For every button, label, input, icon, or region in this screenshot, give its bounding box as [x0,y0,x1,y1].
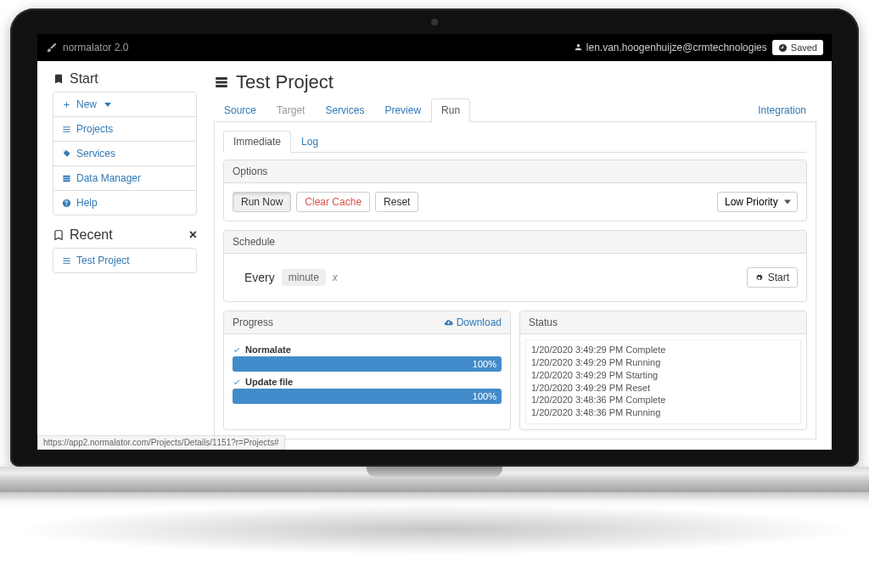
check-icon [233,378,241,386]
sidebar-item-label: New [76,98,97,110]
bookmark-outline-icon [53,229,64,241]
options-panel: Options Run Now Clear Cache Reset Low Pr… [223,160,807,221]
tab-run[interactable]: Run [431,98,470,122]
recent-item-label: Test Project [76,255,130,266]
schedule-every-label: Every [244,271,275,284]
status-log[interactable]: 1/20/2020 3:49:29 PM Complete1/20/2020 3… [525,339,801,424]
brush-icon [46,42,58,53]
server-icon [214,75,229,90]
sidebar-recent-list: Test Project [53,248,197,273]
sidebar-recent-header: Recent × [53,227,197,243]
brand-text: normalator 2.0 [63,42,128,53]
subtab-log[interactable]: Log [291,131,328,152]
progress-bar: 100% [233,389,502,404]
reset-button[interactable]: Reset [375,192,418,212]
progress-item: Normalate100% [233,343,502,372]
bookmark-icon [53,73,64,85]
schedule-heading: Schedule [224,231,806,254]
sidebar-start-title: Start [53,71,197,87]
clock-icon [778,43,788,53]
progress-label-text: Update file [245,377,293,387]
user-email: len.van.hoogenhuijze@crmtechnologies [586,42,767,53]
progress-panel: Progress Download Normalate100%Update fi… [223,311,511,430]
gear-icon [755,274,763,282]
main-tabs: Source Target Services Preview Run Integ… [214,98,816,122]
tags-icon [62,149,71,159]
status-heading: Status [520,311,806,334]
sidebar-item-help[interactable]: Help [53,191,196,215]
cloud-download-icon [444,318,453,328]
help-icon [62,199,71,208]
sidebar-start-list: New Projects Services [53,92,197,216]
user-icon [574,43,583,53]
caret-icon [104,103,111,107]
tab-preview[interactable]: Preview [374,98,431,121]
start-label: Start [768,272,789,283]
saved-label: Saved [791,42,817,53]
priority-select[interactable]: Low Priority [717,192,798,212]
recent-close-button[interactable]: × [189,227,197,243]
subtab-immediate[interactable]: Immediate [223,131,291,153]
database-icon [62,174,71,183]
sidebar-item-label: Projects [76,123,113,135]
sidebar-item-projects[interactable]: Projects [53,117,196,142]
sidebar: Start New Projects [53,71,197,426]
sidebar-item-label: Help [76,197,98,209]
schedule-unit[interactable]: minute [282,269,326,286]
brand[interactable]: normalator 2.0 [46,42,128,53]
sidebar-item-label: Data Manager [76,172,141,184]
progress-bar: 100% [233,356,502,372]
saved-badge[interactable]: Saved [772,40,823,55]
top-navbar: normalator 2.0 len.van.hoogenhuijze@crmt… [37,34,832,61]
tab-integration[interactable]: Integration [748,98,816,121]
page-title: Test Project [214,71,816,93]
sidebar-item-services[interactable]: Services [53,142,196,166]
tab-content-run: Immediate Log Options Run Now Clear Cach… [214,122,816,440]
tab-target: Target [266,98,315,121]
status-panel: Status 1/20/2020 3:49:29 PM Complete1/20… [519,311,807,430]
browser-status-bar: https://app2.normalator.com/Projects/Det… [37,435,285,450]
list-icon [62,125,71,134]
status-line: 1/20/2020 3:49:29 PM Starting [531,369,795,382]
check-icon [233,345,241,354]
status-line: 1/20/2020 3:49:29 PM Reset [531,382,795,395]
progress-bar-fill: 100% [233,389,502,404]
progress-heading: Progress [233,316,273,328]
clear-cache-button[interactable]: Clear Cache [296,192,370,212]
sidebar-item-data-manager[interactable]: Data Manager [53,166,196,191]
download-link[interactable]: Download [444,316,502,328]
list-icon [62,256,71,266]
progress-item: Update file100% [233,375,502,404]
recent-item-test-project[interactable]: Test Project [53,249,196,272]
status-line: 1/20/2020 3:48:36 PM Running [531,406,795,419]
schedule-start-button[interactable]: Start [747,267,798,288]
options-heading: Options [224,160,806,183]
user-chip[interactable]: len.van.hoogenhuijze@crmtechnologies [574,42,767,53]
schedule-panel: Schedule Every minute x [223,230,807,302]
plus-icon [62,100,71,109]
sidebar-item-new[interactable]: New [53,92,196,117]
run-now-button[interactable]: Run Now [233,192,291,212]
tab-services[interactable]: Services [315,98,374,121]
progress-bar-fill: 100% [233,356,502,372]
status-line: 1/20/2020 3:48:36 PM Complete [531,394,795,406]
progress-label-text: Normalate [245,344,291,355]
main-content: Test Project Source Target Services Prev… [214,71,816,426]
subtabs: Immediate Log [223,131,807,153]
tab-source[interactable]: Source [214,98,266,121]
status-line: 1/20/2020 3:49:29 PM Running [531,356,795,369]
status-line: 1/20/2020 3:49:29 PM Complete [531,344,795,356]
schedule-x[interactable]: x [333,272,338,283]
sidebar-item-label: Services [76,148,115,160]
